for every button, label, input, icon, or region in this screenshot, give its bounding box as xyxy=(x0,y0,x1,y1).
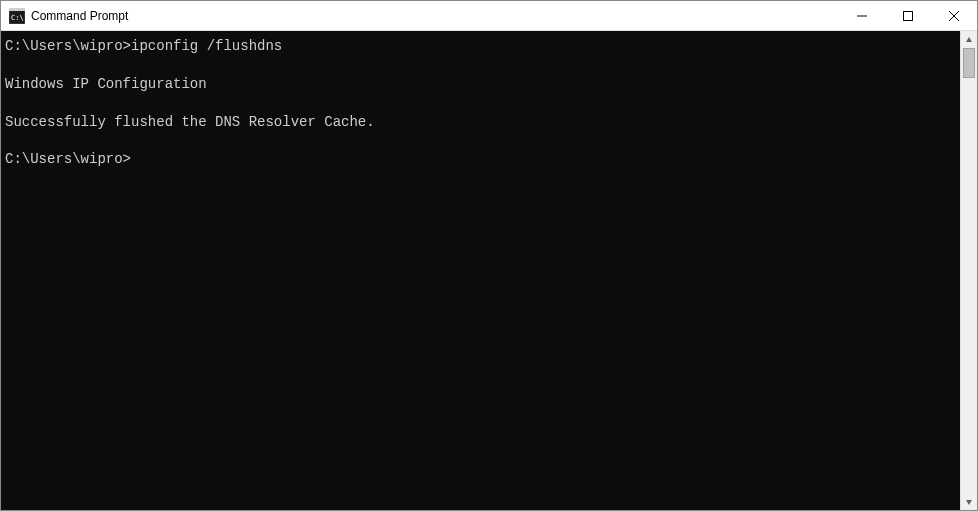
titlebar[interactable]: C:\ Command Prompt xyxy=(1,1,977,31)
scroll-up-arrow-icon[interactable] xyxy=(961,31,977,48)
terminal-area: C:\Users\wipro>ipconfig /flushdnsWindows… xyxy=(1,31,977,510)
svg-text:C:\: C:\ xyxy=(11,14,24,22)
close-button[interactable] xyxy=(931,1,977,30)
window-controls xyxy=(839,1,977,30)
minimize-button[interactable] xyxy=(839,1,885,30)
prompt-text: C:\Users\wipro> xyxy=(5,38,131,54)
svg-rect-1 xyxy=(9,8,25,11)
command-text: ipconfig /flushdns xyxy=(131,38,282,54)
terminal-blank xyxy=(5,94,956,113)
terminal-output[interactable]: C:\Users\wipro>ipconfig /flushdnsWindows… xyxy=(1,31,960,510)
terminal-line: Successfully flushed the DNS Resolver Ca… xyxy=(5,113,956,132)
svg-marker-8 xyxy=(966,500,972,505)
terminal-blank xyxy=(5,56,956,75)
terminal-blank xyxy=(5,131,956,150)
scroll-down-arrow-icon[interactable] xyxy=(961,493,977,510)
terminal-line: C:\Users\wipro> xyxy=(5,150,956,169)
svg-rect-4 xyxy=(904,11,913,20)
titlebar-left: C:\ Command Prompt xyxy=(1,8,128,24)
svg-marker-7 xyxy=(966,37,972,42)
prompt-text: C:\Users\wipro> xyxy=(5,151,131,167)
maximize-button[interactable] xyxy=(885,1,931,30)
terminal-line: Windows IP Configuration xyxy=(5,75,956,94)
window-title: Command Prompt xyxy=(31,9,128,23)
vertical-scrollbar[interactable] xyxy=(960,31,977,510)
cmd-icon: C:\ xyxy=(9,8,25,24)
scroll-thumb[interactable] xyxy=(963,48,975,78)
terminal-line: C:\Users\wipro>ipconfig /flushdns xyxy=(5,37,956,56)
